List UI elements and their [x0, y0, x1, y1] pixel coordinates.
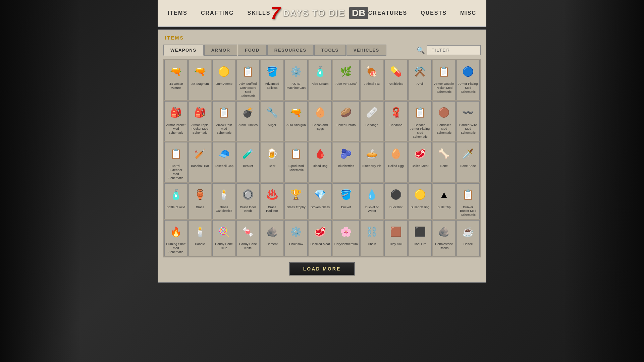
nav-creatures[interactable]: CREATURES — [368, 10, 407, 16]
item-cell[interactable]: 📋Adv. Muffled Connectors Mod Schematic — [236, 60, 260, 100]
item-cell[interactable]: 🎒Armor Triple Pocket Mod Schematic — [189, 101, 212, 141]
nav-quests[interactable]: QUESTS — [421, 10, 447, 16]
item-cell[interactable]: 🟡Bullet Casing — [409, 183, 432, 220]
item-icon: 🏺 — [191, 186, 209, 204]
item-cell[interactable]: 💎Broken Glass — [309, 183, 332, 220]
tab-resources[interactable]: RESOURCES — [267, 45, 314, 56]
item-cell[interactable]: 🗡️Bone Knife — [457, 142, 480, 182]
item-cell[interactable]: ⚫Buckshot — [384, 183, 408, 220]
item-cell[interactable]: 〰️Barbed Wire Mod Schematic — [457, 101, 480, 141]
item-cell[interactable]: 🔵Armor Plating Mod Schematic — [457, 60, 480, 100]
item-cell[interactable]: 🏆Brass Trophy — [284, 183, 308, 220]
nav-skills[interactable]: SKILLS — [248, 10, 271, 16]
item-cell[interactable]: ☕Coffee — [457, 220, 480, 256]
item-icon: 🟡 — [411, 186, 429, 204]
item-cell[interactable]: ⚙️Chainsaw — [284, 220, 308, 256]
tab-armor[interactable]: ARMOR — [204, 45, 237, 56]
item-icon: ⚫ — [387, 186, 405, 204]
item-cell[interactable]: 📋Bipod Mod Schematic — [284, 142, 308, 182]
item-cell[interactable]: 📋Barrel Extender Mod Schematic — [164, 142, 187, 182]
item-cell[interactable]: 🏏Baseball Bat — [189, 142, 212, 182]
item-cell[interactable]: 🧣Bandana — [384, 101, 408, 141]
item-cell[interactable]: 🟤Bandolier Mod Schematic — [433, 101, 456, 141]
item-cell[interactable]: 🧢Baseball Cap — [212, 142, 235, 182]
item-name: Bone Knife — [460, 164, 476, 168]
item-icon: 🪣 — [337, 186, 355, 204]
item-cell[interactable]: 💣Atom Junkies — [236, 101, 260, 141]
item-cell[interactable]: ⛓️Chain — [361, 220, 384, 256]
item-cell[interactable]: 🎒Armor Pocket Mod Schematic — [164, 101, 187, 141]
item-name: Baseball Bat — [191, 164, 209, 168]
item-cell[interactable]: 🪨Cobblestone Rocks — [433, 220, 456, 256]
item-name: Anvil — [417, 82, 424, 86]
tab-weapons[interactable]: WEAPONS — [163, 45, 204, 56]
item-cell[interactable]: 🥧Blueberry Pie — [361, 142, 384, 182]
item-cell[interactable]: 🍭Candy Cane Club — [212, 220, 235, 256]
item-cell[interactable]: 🩸Blood Bag — [309, 142, 332, 182]
item-name: Beaker — [243, 164, 253, 168]
item-cell[interactable]: 🍬Candy Cane Knife — [236, 220, 260, 256]
item-cell[interactable]: ♨️Brass Radiator — [261, 183, 284, 220]
tab-food[interactable]: FOOD — [238, 45, 267, 56]
item-cell[interactable]: 💧Bucket of Water — [361, 183, 384, 220]
tab-vehicles[interactable]: VEHICLES — [346, 45, 386, 56]
item-cell[interactable]: ⬛Coal Ore — [409, 220, 432, 256]
item-cell[interactable]: 🧴Bottle of Acid — [164, 183, 187, 220]
nav-right: CREATURES QUESTS MISC — [368, 10, 476, 16]
item-cell[interactable]: 🏺Brass — [189, 183, 212, 220]
item-name: Blueberries — [338, 164, 354, 168]
item-cell[interactable]: 🔫Auto Shotgun — [284, 101, 308, 141]
item-cell[interactable]: 🌿Aloe Vera Leaf — [333, 60, 360, 100]
item-name: Barbed Wire Mod Schematic — [458, 123, 478, 135]
item-cell[interactable]: 🩹Bandage — [361, 101, 384, 141]
item-cell[interactable]: 🔥Burning Shaft Mod Schematic — [164, 220, 187, 256]
item-cell[interactable]: 🔫.44 Desert Vulture — [164, 60, 187, 100]
item-icon: 🍬 — [239, 223, 257, 241]
item-cell[interactable]: 📋Banded Armor Plating Mod Schematic — [409, 101, 432, 141]
item-name: Brass Trophy — [287, 205, 306, 209]
item-cell[interactable]: 🥩Boiled Meat — [409, 142, 432, 182]
item-icon: 🌿 — [337, 62, 355, 80]
item-cell[interactable]: 🕯️Brass Candlestick — [212, 183, 235, 220]
item-cell[interactable]: ⚒️Anvil — [409, 60, 432, 100]
item-cell[interactable]: 🫐Blueberries — [333, 142, 360, 182]
item-cell[interactable]: 🥚Boiled Egg — [384, 142, 408, 182]
item-cell[interactable]: 🧪Beaker — [236, 142, 260, 182]
item-name: Coal Ore — [414, 242, 426, 246]
item-cell[interactable]: 🕯️Candle — [189, 220, 212, 256]
item-cell[interactable]: 🥔Baked Potato — [333, 101, 360, 141]
item-name: Armor Plating Mod Schematic — [458, 82, 478, 94]
item-cell[interactable]: ▲Bullet Tip — [433, 183, 456, 220]
item-cell[interactable]: 🟡9mm Ammo — [212, 60, 235, 100]
tab-tools[interactable]: TOOLS — [314, 45, 346, 56]
nav-items[interactable]: ITEMS — [168, 10, 187, 16]
item-cell[interactable]: 📋Bunker Buster Mod Schematic — [457, 183, 480, 220]
load-more-button[interactable]: LOAD MORE — [289, 262, 355, 276]
item-cell[interactable]: 📋Armor Double Pocket Mod Schematic — [433, 60, 456, 100]
item-cell[interactable]: 🥚Bacon and Eggs — [309, 101, 332, 141]
filter-input[interactable] — [427, 45, 481, 55]
item-cell[interactable]: 🌸Chrysanthemum — [333, 220, 360, 256]
item-cell[interactable]: 💊Antibiotics — [384, 60, 408, 100]
item-cell[interactable]: 🔫.44 Magnum — [189, 60, 212, 100]
item-cell[interactable]: 📋Arrow Rest Mod Schematic — [212, 101, 235, 141]
nav-misc[interactable]: MISC — [460, 10, 476, 16]
item-cell[interactable]: 🍺Beer — [261, 142, 284, 182]
item-cell[interactable]: 🍖Animal Fat — [361, 60, 384, 100]
item-cell[interactable]: 🧴Aloe Cream — [309, 60, 332, 100]
item-cell[interactable]: 🪣Bucket — [333, 183, 360, 220]
item-cell[interactable]: 🔧Auger — [261, 101, 284, 141]
item-cell[interactable]: 🪣Advanced Bellows — [261, 60, 284, 100]
nav-crafting[interactable]: CRAFTING — [201, 10, 234, 16]
item-name: Brass — [196, 205, 204, 209]
item-cell[interactable]: 🟫Clay Soil — [384, 220, 408, 256]
item-name: Aloe Cream — [312, 82, 328, 86]
item-cell[interactable]: 🔘Brass Door Knob — [236, 183, 260, 220]
item-cell[interactable]: 🪨Cement — [261, 220, 284, 256]
item-cell[interactable]: 🦴Bone — [433, 142, 456, 182]
item-name: Blueberry Pie — [362, 164, 381, 168]
item-cell[interactable]: 🥩Charred Meat — [309, 220, 332, 256]
item-cell[interactable]: ⚙️AK-47 Machine Gun — [284, 60, 308, 100]
item-name: Brass Radiator — [262, 205, 282, 213]
item-icon: 🟫 — [387, 223, 405, 241]
